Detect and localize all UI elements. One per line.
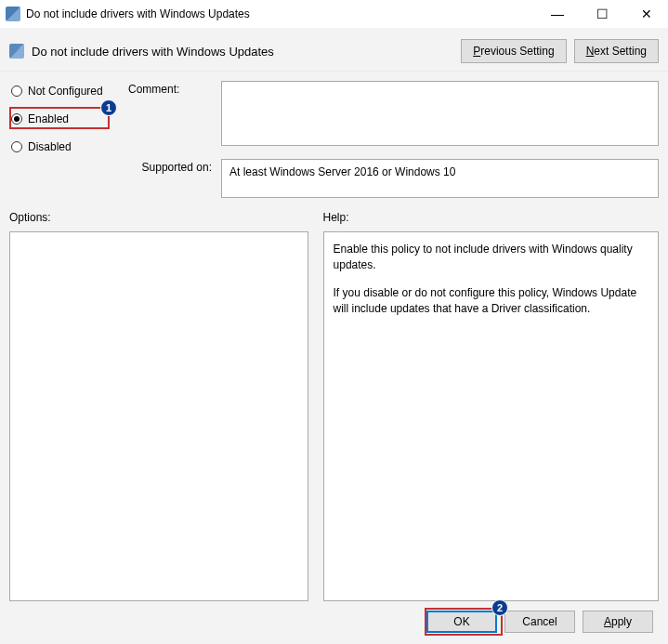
previous-setting-button[interactable]: Previous Setting (461, 39, 566, 63)
next-setting-button[interactable]: Next Setting (574, 39, 659, 63)
supported-label: Supported on: (128, 159, 212, 174)
radio-label: Enabled (28, 112, 69, 125)
cancel-button[interactable]: Cancel (504, 611, 575, 633)
ok-button[interactable]: OK (426, 611, 497, 633)
policy-icon (9, 44, 24, 59)
help-box: Enable this policy to not include driver… (323, 231, 659, 601)
options-panel: Options: (9, 211, 308, 601)
help-panel: Help: Enable this policy to not include … (323, 211, 659, 601)
maximize-button[interactable]: ☐ (588, 7, 616, 21)
annotation-badge-2: 2 (491, 599, 508, 616)
comment-row: Comment: (128, 81, 659, 146)
radio-not-configured[interactable]: Not Configured (9, 83, 121, 99)
top-section: Not Configured Enabled Disabled 1 Commen… (9, 81, 659, 198)
subheader: Do not include drivers with Windows Upda… (0, 28, 668, 72)
minimize-button[interactable]: — (544, 7, 571, 21)
close-button[interactable]: ✕ (633, 7, 661, 21)
radio-icon (11, 113, 22, 125)
state-radio-group: Not Configured Enabled Disabled 1 (9, 81, 121, 198)
titlebar: Do not include drivers with Windows Upda… (0, 0, 668, 28)
comment-textarea[interactable] (221, 81, 659, 146)
body-area: Not Configured Enabled Disabled 1 Commen… (0, 72, 668, 644)
radio-label: Disabled (28, 140, 72, 153)
annotation-badge-1: 1 (100, 99, 117, 116)
radio-label: Not Configured (28, 85, 103, 98)
supported-text: At least Windows Server 2016 or Windows … (221, 159, 659, 198)
policy-dialog: Do not include drivers with Windows Upda… (0, 0, 668, 644)
lower-section: Options: Help: Enable this policy to not… (9, 211, 659, 601)
radio-icon (11, 141, 22, 152)
policy-title: Do not include drivers with Windows Upda… (32, 45, 461, 59)
help-label: Help: (323, 211, 659, 224)
nav-buttons: Previous Setting Next Setting (461, 39, 659, 63)
dialog-button-row: 2 OK Cancel Apply (9, 601, 659, 640)
options-box[interactable] (9, 231, 308, 601)
apply-button[interactable]: Apply (583, 611, 653, 633)
options-label: Options: (9, 211, 308, 224)
radio-disabled[interactable]: Disabled (9, 138, 121, 155)
help-paragraph: If you disable or do not configure this … (334, 285, 648, 318)
help-paragraph: Enable this policy to not include driver… (334, 242, 648, 274)
comment-label: Comment: (128, 81, 212, 96)
fields-column: Comment: Supported on: At least Windows … (128, 81, 659, 198)
window-controls: — ☐ ✕ (544, 7, 666, 21)
supported-row: Supported on: At least Windows Server 20… (128, 159, 659, 198)
app-icon (6, 7, 20, 21)
window-title: Do not include drivers with Windows Upda… (26, 7, 544, 20)
radio-icon (11, 85, 22, 97)
